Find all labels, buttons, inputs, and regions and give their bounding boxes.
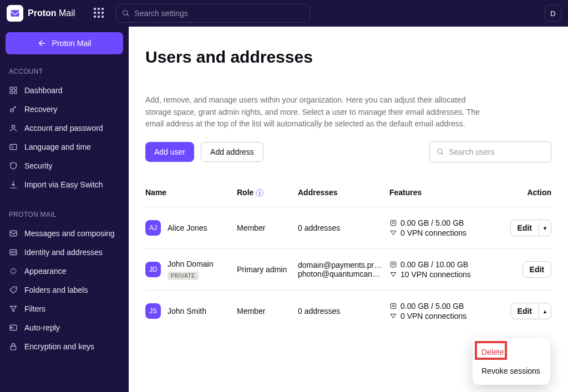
user-addresses: 0 addresses [298, 223, 389, 232]
svg-rect-10 [10, 250, 17, 254]
user-name: John Domain [168, 259, 214, 268]
user-role: Member [237, 223, 298, 232]
user-initials-badge: JS [145, 303, 161, 319]
sidebar-item-label: Language and time [24, 142, 91, 151]
page-title: Users and addresses [145, 48, 551, 67]
sidebar-item-filters[interactable]: Filters [6, 299, 123, 318]
svg-rect-17 [390, 221, 395, 226]
table-row[interactable]: JD John Domain PRIVATE Primary ad­min do… [145, 249, 551, 291]
edit-caret-button[interactable]: ▴ [539, 305, 551, 318]
svg-rect-14 [11, 346, 16, 350]
sidebar-item-label: Dashboard [24, 86, 63, 95]
sidebar-item-messages[interactable]: Messages and composing [6, 224, 123, 243]
import-icon [9, 180, 18, 189]
svg-rect-5 [14, 91, 17, 94]
brand-logo[interactable]: Proton Mail [7, 5, 75, 22]
sidebar-item-language-time[interactable]: Language and time [6, 138, 123, 156]
edit-button[interactable]: Edit [523, 261, 551, 278]
user-initials-badge: JD [145, 262, 161, 277]
user-features: 0.00 GB / 5.00 GB 0 VPN connections [389, 217, 484, 238]
sidebar-item-label: Identity and addresses [24, 248, 103, 257]
sidebar-item-label: Filters [24, 304, 45, 313]
user-addresses: domain@payments.pr… photon@quantumcan… [298, 261, 389, 278]
sidebar-item-identity[interactable]: Identity and addresses [6, 243, 123, 262]
sidebar-item-label: Appearance [24, 267, 67, 276]
sidebar: Proton Mail ACCOUNT Dashboard Recovery A… [0, 27, 129, 392]
svg-line-1 [127, 14, 129, 17]
search-settings-placeholder: Search settings [134, 9, 188, 18]
search-users-placeholder: Search users [449, 147, 494, 156]
identity-icon [9, 248, 18, 257]
sidebar-item-import[interactable]: Import via Easy Switch [6, 175, 123, 194]
svg-rect-9 [10, 231, 17, 236]
search-settings-input[interactable]: Search settings [116, 4, 310, 23]
user-avatar[interactable]: D [545, 5, 561, 22]
sidebar-item-label: Import via Easy Switch [24, 180, 103, 189]
svg-rect-8 [10, 144, 17, 149]
sidebar-item-recovery[interactable]: Recovery [6, 100, 123, 119]
mail-icon [9, 8, 21, 19]
arrow-left-icon [38, 39, 47, 48]
user-features: 0.00 GB / 5.00 GB 0 VPN connections [389, 301, 484, 322]
user-role: Primary ad­min [237, 264, 298, 274]
svg-point-11 [12, 252, 13, 253]
search-icon [437, 148, 444, 156]
sidebar-item-label: Recovery [24, 105, 57, 114]
sidebar-item-appearance[interactable]: Appearance [6, 262, 123, 281]
user-addresses: 0 addresses [298, 307, 389, 315]
dropdown-item-revoke[interactable]: Revoke sessions [473, 362, 550, 380]
edit-split-button: Edit ▾ [510, 220, 551, 236]
search-users-input[interactable]: Search users [429, 141, 551, 162]
autoreply-icon [9, 323, 18, 332]
col-features: Features [389, 184, 484, 201]
back-label: Proton Mail [52, 39, 92, 48]
user-role: Member [237, 307, 298, 315]
info-icon[interactable]: i [256, 189, 263, 197]
vpn-icon [389, 229, 397, 237]
svg-rect-2 [10, 87, 13, 90]
table-row[interactable]: AJ Alice Jones Member 0 addresses 0.00 G… [145, 207, 551, 249]
sidebar-item-account-password[interactable]: Account and password [6, 119, 123, 138]
sidebar-item-autoreply[interactable]: Auto-reply [6, 318, 123, 337]
shield-icon [9, 161, 18, 170]
sidebar-item-label: Account and password [24, 124, 103, 133]
globe-icon [9, 142, 18, 151]
appearance-icon [9, 267, 18, 276]
svg-point-6 [11, 109, 13, 111]
table-row[interactable]: JS John Smith Member 0 addresses 0.00 GB… [145, 291, 551, 332]
sidebar-item-label: Encryption and keys [24, 342, 94, 351]
sidebar-item-security[interactable]: Security [6, 156, 123, 175]
col-addresses: Addresses [298, 184, 389, 201]
user-icon [9, 124, 18, 133]
brand-name: Proton Mail [28, 8, 75, 18]
col-role: Rolei [237, 184, 298, 201]
user-features: 0.00 GB / 10.00 GB 10 VPN connections [389, 259, 484, 280]
users-table: Name Rolei Addresses Features Action AJ … [145, 178, 551, 332]
storage-icon [389, 219, 397, 227]
svg-point-15 [438, 149, 442, 154]
page-description: Add, remove, and manage users within you… [145, 94, 484, 130]
sidebar-item-encryption[interactable]: Encryption and keys [6, 337, 123, 356]
apps-grid-icon[interactable] [94, 8, 105, 19]
edit-button[interactable]: Edit [511, 303, 539, 319]
dashboard-icon [9, 86, 18, 95]
messages-icon [9, 229, 18, 238]
sidebar-section-protonmail: PROTON MAIL [6, 207, 123, 224]
table-header-row: Name Rolei Addresses Features Action [145, 178, 551, 207]
edit-caret-button[interactable]: ▾ [539, 222, 551, 235]
sidebar-item-dashboard[interactable]: Dashboard [6, 81, 123, 100]
storage-icon [389, 261, 397, 268]
sidebar-item-label: Folders and labels [24, 286, 88, 294]
add-user-button[interactable]: Add user [145, 142, 194, 162]
svg-point-7 [12, 125, 14, 128]
svg-rect-4 [10, 91, 13, 94]
vpn-icon [389, 312, 397, 320]
add-address-button[interactable]: Add address [201, 142, 263, 162]
user-initials-badge: AJ [145, 220, 161, 236]
sidebar-item-folders[interactable]: Folders and labels [6, 281, 123, 299]
vpn-icon [389, 271, 397, 278]
edit-button[interactable]: Edit [511, 220, 539, 236]
sidebar-item-label: Auto-reply [24, 323, 60, 332]
back-to-mail-button[interactable]: Proton Mail [6, 32, 123, 54]
tag-icon [9, 286, 18, 294]
